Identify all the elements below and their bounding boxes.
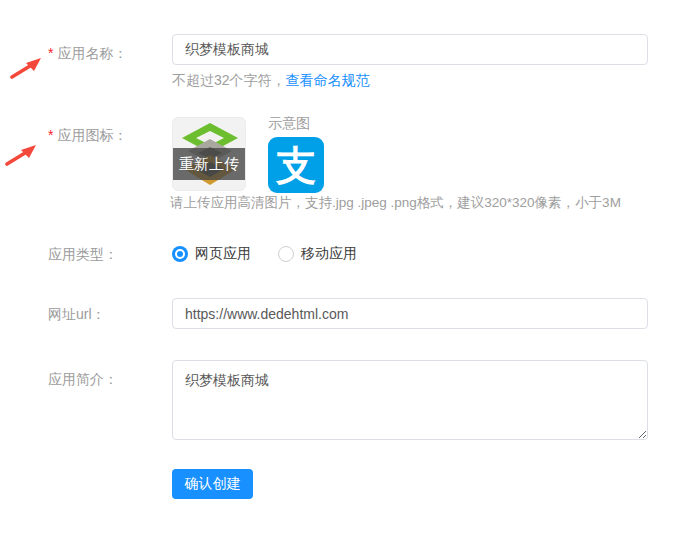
naming-rules-link[interactable]: 查看命名规范 bbox=[286, 72, 370, 88]
radio-mobile-app-label: 移动应用 bbox=[301, 245, 357, 263]
radio-web-app-label: 网页应用 bbox=[195, 245, 251, 263]
alipay-glyph: 支 bbox=[276, 145, 316, 185]
app-name-helper-text: 不超过32个字符， bbox=[172, 72, 286, 88]
annotation-arrow-icon bbox=[10, 56, 44, 80]
confirm-create-button[interactable]: 确认创建 bbox=[172, 469, 253, 499]
app-name-input[interactable] bbox=[172, 34, 648, 65]
app-type-label: 应用类型： bbox=[48, 244, 118, 264]
example-caption: 示意图 bbox=[268, 113, 310, 133]
radio-selected-icon bbox=[172, 246, 188, 262]
site-url-input[interactable] bbox=[172, 298, 648, 329]
app-intro-label: 应用简介： bbox=[48, 369, 118, 389]
radio-mobile-app[interactable]: 移动应用 bbox=[278, 245, 357, 263]
app-intro-textarea[interactable]: 织梦模板商城 bbox=[172, 360, 648, 440]
required-asterisk: * bbox=[48, 45, 53, 61]
alipay-logo-icon: 支 bbox=[268, 137, 324, 193]
radio-web-app[interactable]: 网页应用 bbox=[172, 245, 251, 263]
site-url-label: 网址url： bbox=[48, 304, 106, 324]
app-type-radio-group: 网页应用 移动应用 bbox=[172, 244, 357, 264]
app-create-form: *应用名称： 不超过32个字符，查看命名规范 *应用图标： 重新上传 示意图 支… bbox=[0, 0, 691, 555]
app-name-label: *应用名称： bbox=[48, 43, 127, 63]
icon-upload-button[interactable]: 重新上传 bbox=[172, 117, 246, 191]
reupload-overlay[interactable]: 重新上传 bbox=[173, 148, 245, 180]
app-icon-helper: 请上传应用高清图片，支持.jpg .jpeg .png格式，建议320*320像… bbox=[170, 194, 621, 212]
app-name-helper: 不超过32个字符，查看命名规范 bbox=[172, 70, 370, 90]
app-icon-label: *应用图标： bbox=[48, 125, 127, 145]
annotation-arrow-icon bbox=[5, 143, 39, 167]
required-asterisk: * bbox=[48, 127, 53, 143]
radio-unselected-icon bbox=[278, 246, 294, 262]
